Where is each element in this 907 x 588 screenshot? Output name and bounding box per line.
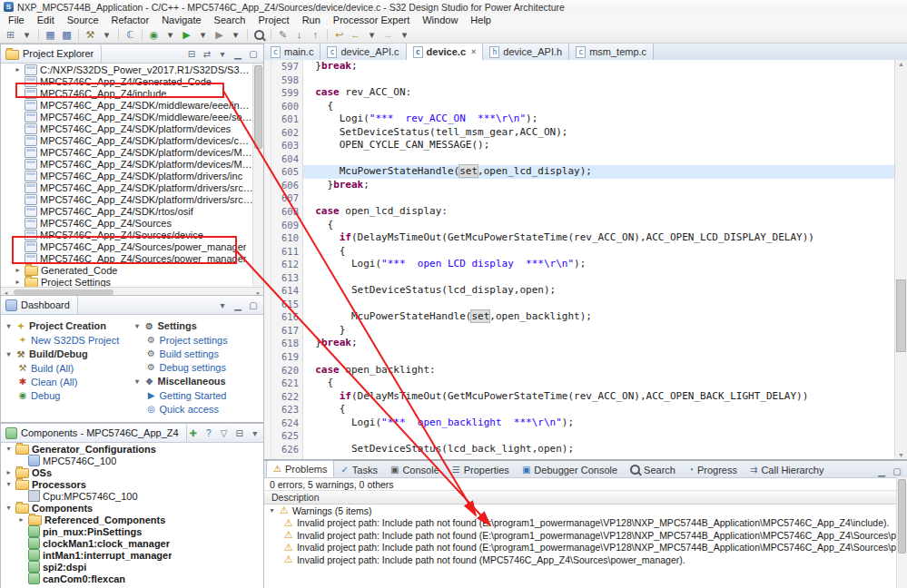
help-icon[interactable]: ?	[202, 426, 215, 439]
dashboard-link[interactable]: ✱Clean (All)	[5, 375, 133, 388]
editor-tab-device_API-c[interactable]: cdevice_API.c	[320, 44, 406, 60]
tab-console[interactable]: ▣Console	[384, 462, 446, 477]
editor-tab-main-c[interactable]: cmain.c	[264, 44, 320, 60]
debug-icon[interactable]: ◉	[146, 28, 162, 42]
code-line[interactable]: }break;	[303, 60, 894, 74]
tree-item[interactable]: MPC5746C_App_Z4/Sources	[1, 217, 253, 229]
tree-item[interactable]: MPC5746C_App_Z4/SDK/platform/drivers/src…	[1, 193, 253, 205]
back-dropdown-icon[interactable]: ▾	[364, 28, 380, 42]
tree-item[interactable]: MPC5746C_App_Z4/SDK/platform/drivers/inc	[1, 170, 253, 181]
tree-item[interactable]: ▸Project Settings	[1, 276, 253, 287]
code-line[interactable]: SetDeviceStatus(lcd_back_light,open);	[303, 443, 894, 456]
code-line[interactable]: case open_lcd_display:	[303, 205, 894, 219]
tab-call-hierarchy[interactable]: ⇉Call Hierarchy	[744, 462, 830, 477]
tree-item[interactable]: MPC5746C_App_Z4/SDK/platform/drivers/src…	[1, 181, 253, 193]
filter-icon[interactable]: ▽	[218, 426, 231, 439]
close-tab-icon[interactable]: ×	[471, 47, 476, 56]
search-icon[interactable]	[251, 28, 267, 42]
dashboard-link[interactable]: ⚙Project settings	[133, 333, 262, 347]
collapse-all-icon[interactable]: ⊟	[185, 47, 198, 60]
editor-tab-device_API-h[interactable]: hdevice_API.h	[483, 44, 569, 60]
project-explorer-tab[interactable]: Project Explorer	[1, 44, 102, 63]
components-tree-item[interactable]: clockMan1:clock_manager	[1, 537, 263, 549]
code-line[interactable]	[303, 350, 894, 364]
code-line[interactable]	[303, 191, 894, 205]
code-line[interactable]	[303, 271, 894, 285]
scroll-up-icon[interactable]: ▲	[895, 61, 907, 67]
code-line[interactable]: {	[303, 403, 894, 416]
menu-refactor[interactable]: Refactor	[105, 15, 156, 25]
twisty-icon[interactable]: ▾	[5, 504, 13, 512]
tab-progress[interactable]: ◔Progress	[682, 462, 744, 477]
components-tree-item[interactable]: pin_mux:PinSettings	[1, 525, 263, 537]
explorer-vscrollbar[interactable]	[252, 64, 263, 287]
menu-help[interactable]: Help	[464, 15, 498, 25]
components-tree-item[interactable]: ▾Components	[1, 502, 263, 514]
minimize-icon[interactable]: ▁	[875, 465, 888, 477]
tree-item[interactable]: MPC5746C_App_Z4/include	[1, 87, 253, 99]
forward-icon[interactable]: →	[380, 28, 396, 42]
problems-vscrollbar[interactable]	[896, 477, 907, 588]
components-tree-item[interactable]: intMan1:interrupt_manager	[1, 549, 263, 561]
menu-search[interactable]: Search	[208, 15, 252, 25]
code-line[interactable]: if(DelayMsTimeOut(GetMcuPowerStateTime(r…	[303, 390, 894, 404]
tree-item[interactable]: MPC5746C_App_Z4/SDK/platform/devices	[1, 122, 253, 134]
twisty-icon[interactable]: ▸	[14, 266, 22, 274]
annotation-ruler[interactable]	[264, 60, 271, 459]
new-c-file-icon[interactable]: ℂ	[123, 28, 138, 42]
next-annotation-icon[interactable]: ↓	[291, 28, 307, 42]
code-line[interactable]: if(DelayMsTimeOut(GetMcuPowerStateTime(r…	[303, 231, 894, 245]
link-with-editor-icon[interactable]: ⇄	[201, 47, 213, 60]
tree-item[interactable]: MPC5746C_App_Z4/Sources/power_manager	[1, 252, 253, 264]
components-tree-item[interactable]: ▾Processors	[1, 478, 263, 490]
twisty-icon[interactable]: ▸	[5, 468, 13, 476]
code-line[interactable]: Logi("*** open_backlight ***\r\n");	[303, 416, 894, 430]
twisty-icon[interactable]: ▸	[17, 515, 25, 524]
dashboard-link[interactable]: ◎Quick access	[133, 402, 262, 416]
components-tree-item[interactable]: canCom0:flexcan	[1, 573, 263, 584]
new-wizard-icon[interactable]: ⊞	[3, 28, 18, 42]
twisty-icon[interactable]: ▾	[5, 445, 13, 453]
twisty-icon[interactable]: ▾	[5, 350, 13, 358]
add-component-icon[interactable]: ✚	[187, 426, 200, 439]
code-line[interactable]	[303, 429, 894, 443]
twisty-icon[interactable]: ▾	[5, 322, 13, 330]
components-tree-item[interactable]: ▸OSs	[1, 466, 263, 478]
code-line[interactable]: McuPowerStateHandle(set,open_lcd_display…	[303, 165, 894, 179]
maximize-icon[interactable]: ▢	[247, 299, 260, 311]
dashboard-link[interactable]: ✦New S32DS Project	[5, 333, 133, 347]
warning-row[interactable]: ⚠Invalid project path: Include path not …	[264, 542, 907, 554]
tree-item[interactable]: MPC5746C_App_Z4/SDK/platform/devices/com…	[1, 134, 253, 146]
new-dropdown-icon[interactable]: ▾	[19, 28, 35, 42]
save-all-icon[interactable]: ▩	[59, 28, 74, 42]
tree-item[interactable]: MPC5746C_App_Z4/SDK/platform/devices/MPC…	[1, 158, 253, 170]
previous-annotation-icon[interactable]: ↑	[308, 28, 323, 42]
code-line[interactable]: }break;	[303, 337, 894, 350]
scroll-down-icon[interactable]: ▼	[895, 452, 907, 458]
debug-dropdown-icon[interactable]: ▾	[163, 28, 178, 42]
menu-edit[interactable]: Edit	[31, 15, 61, 25]
twisty-icon[interactable]: ▸	[14, 65, 22, 74]
external-tools-dropdown-icon[interactable]: ▾	[228, 28, 243, 42]
editor-scroll-thumb[interactable]	[896, 279, 906, 352]
components-tree-item[interactable]: ▾Generator_Configurations	[1, 443, 263, 455]
code-line[interactable]: case open_backlight:	[303, 364, 894, 377]
twisty-icon[interactable]: ▾	[133, 377, 142, 386]
code-line[interactable]: SetDeviceStatus(tell_msm_gear,ACC_ON);	[303, 126, 894, 140]
tree-item[interactable]: MPC5746C_App_Z4/Generated_Code	[1, 75, 253, 87]
tree-item[interactable]: MPC5746C_App_Z4/Sources/device	[1, 229, 253, 240]
back-icon[interactable]: ←	[348, 28, 363, 42]
view-menu-icon[interactable]: ▾	[249, 426, 261, 439]
dashboard-section-header[interactable]: ▾⚙Settings	[133, 318, 262, 333]
tab-properties[interactable]: ☰Properties	[446, 462, 516, 477]
tab-tasks[interactable]: ✓Tasks	[334, 462, 384, 477]
code-editor[interactable]: }break; case rev_ACC_ON: { Logi("*** rev…	[303, 60, 894, 459]
tree-item[interactable]: MPC5746C_App_Z4/SDK/platform/devices/MPC…	[1, 146, 253, 158]
code-line[interactable]	[303, 74, 894, 87]
minimize-icon[interactable]: ▁	[232, 47, 244, 60]
components-tab[interactable]: Components - MPC5746C_App_Z4	[1, 424, 187, 442]
code-line[interactable]: OPEN_CYCLE_CAN_MESSAGE();	[303, 139, 894, 152]
dashboard-tab[interactable]: Dashboard	[1, 296, 78, 314]
warning-row[interactable]: ⚠Invalid project path: Include path not …	[264, 554, 907, 566]
code-line[interactable]	[303, 298, 894, 311]
